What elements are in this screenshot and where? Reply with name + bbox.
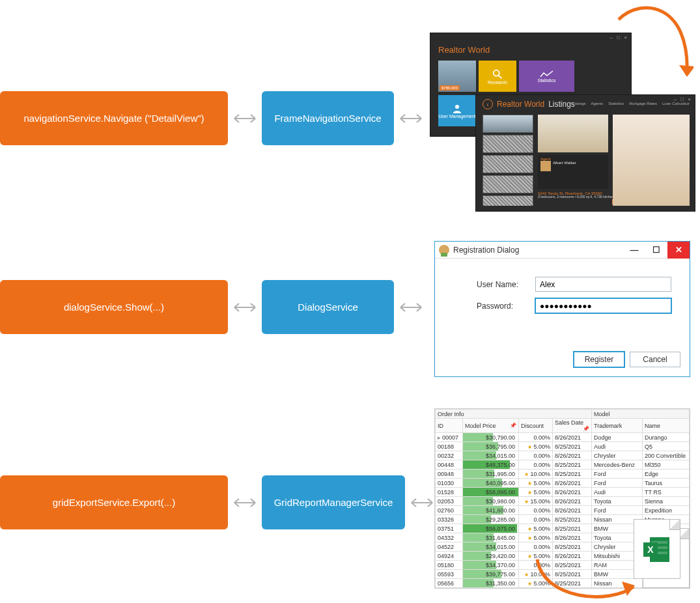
caller-box-dialog: dialogService.Show(...) xyxy=(0,280,228,334)
password-label: Password: xyxy=(477,302,535,311)
cell-trademark: Mercedes-Benz xyxy=(592,460,643,470)
cell-id: 02053 xyxy=(436,497,463,506)
cell-id: 00948 xyxy=(436,470,463,479)
nav-item[interactable]: Agents xyxy=(591,102,604,105)
cell-trademark: Audi xyxy=(592,488,643,497)
realtor-listings-window: – □ × ‹ Realtor World Listings Listings … xyxy=(475,94,695,212)
cell-id: 03751 xyxy=(436,524,463,533)
cell-id: 04332 xyxy=(436,533,463,542)
username-label: User Name: xyxy=(477,280,535,289)
table-row[interactable]: 00232$34,015.000.00%8/26/2021Chrysler200… xyxy=(436,451,690,460)
tile-research[interactable]: Research xyxy=(479,61,516,92)
table-row[interactable]: 00448$48,375.000.00%8/25/2021Mercedes-Be… xyxy=(436,460,690,470)
dialog-title: Registration Dialog xyxy=(453,245,519,255)
star-icon: ★ xyxy=(524,572,529,578)
cell-date: 8/26/2021 xyxy=(553,497,592,506)
thumbnail[interactable] xyxy=(483,195,533,206)
maximize-button[interactable]: ☐ xyxy=(645,242,667,259)
cell-price: $39,775.00 xyxy=(463,570,519,579)
thumbnail[interactable] xyxy=(483,175,533,193)
user-icon xyxy=(439,245,449,255)
cell-discount: 0.00% xyxy=(519,433,553,442)
window-controls-icon: – □ × xyxy=(610,35,628,40)
table-row[interactable]: 00948$31,995.00★ 10.00%8/25/2021FordEdge xyxy=(436,470,690,479)
cell-date: 8/25/2021 xyxy=(553,460,592,470)
thumbnail[interactable] xyxy=(483,135,533,153)
tile-listing[interactable]: $780,000 xyxy=(438,61,476,92)
top-nav: Listings Agents Statistics Mortgage Rate… xyxy=(572,102,690,105)
star-icon: ★ xyxy=(527,481,532,486)
cell-discount: 0.00% xyxy=(519,515,553,524)
pin-icon: 📌 xyxy=(510,423,516,428)
double-arrow-icon xyxy=(233,113,257,124)
cell-discount: ★ 5.00% xyxy=(519,479,553,488)
search-icon xyxy=(492,68,503,80)
thumbnail-strip xyxy=(483,115,533,206)
svg-point-0 xyxy=(494,70,499,76)
cell-discount: ★ 15.00% xyxy=(519,497,553,506)
cell-id: 00232 xyxy=(436,451,463,460)
cell-name: Ml350 xyxy=(643,460,690,470)
col-price[interactable]: Model Price📌 xyxy=(463,419,519,433)
thumbnail[interactable] xyxy=(483,115,533,133)
password-input[interactable] xyxy=(535,298,671,313)
cell-name: Durango xyxy=(643,433,690,442)
double-arrow-icon xyxy=(399,302,423,313)
cell-id: 05593 xyxy=(436,570,463,579)
tile-statistics[interactable]: Statistics xyxy=(519,61,574,92)
table-row[interactable]: 00007$30,790.000.00%8/26/2021DodgeDurang… xyxy=(436,433,690,442)
cell-price: $30,790.00 xyxy=(463,433,519,442)
cell-discount: 0.00% xyxy=(519,451,553,460)
cell-price: $48,375.00 xyxy=(463,460,519,470)
star-icon: ★ xyxy=(527,535,532,541)
table-row[interactable]: 01528$58,095.00★ 5.00%8/26/2021AudiTT RS xyxy=(436,488,690,497)
cell-price: $36,795.00 xyxy=(463,442,519,451)
cell-name: TT RS xyxy=(643,488,690,497)
back-icon[interactable]: ‹ xyxy=(483,99,493,109)
app-title: Realtor World xyxy=(497,100,544,109)
cell-date: 8/25/2021 xyxy=(553,524,592,533)
thumbnail[interactable] xyxy=(483,155,533,173)
col-date[interactable]: Sales Date📌 xyxy=(553,419,592,433)
col-discount[interactable]: Discount xyxy=(519,419,553,433)
register-button[interactable]: Register xyxy=(574,352,624,367)
close-button[interactable]: ✕ xyxy=(667,242,690,259)
minimize-button[interactable]: — xyxy=(623,242,645,259)
col-trademark[interactable]: Trademark xyxy=(592,419,643,433)
nav-item[interactable]: Listings xyxy=(572,102,585,105)
cell-trademark: Dodge xyxy=(592,433,643,442)
nav-item[interactable]: Statistics xyxy=(608,102,624,105)
cell-trademark: Toyota xyxy=(592,497,643,506)
col-id[interactable]: ID xyxy=(436,419,463,433)
cell-id: 01030 xyxy=(436,479,463,488)
cell-price: $34,015.00 xyxy=(463,542,519,552)
double-arrow-icon xyxy=(233,302,257,313)
tile-user-management[interactable]: User Management xyxy=(438,95,476,126)
table-row[interactable]: 01030$40,095.00★ 5.00%8/26/2021FordTauru… xyxy=(436,479,690,488)
cell-id: 04924 xyxy=(436,552,463,561)
cell-name: Sienna xyxy=(643,497,690,506)
nav-item[interactable]: Mortgage Rates xyxy=(629,102,657,105)
group-header-order: Order Info xyxy=(436,410,592,419)
double-arrow-icon xyxy=(399,113,423,124)
main-photo xyxy=(538,115,608,152)
cell-date: 8/26/2021 xyxy=(553,433,592,442)
cell-discount: ★ 5.00% xyxy=(519,533,553,542)
cell-id: 01528 xyxy=(436,488,463,497)
cell-price: $31,995.00 xyxy=(463,470,519,479)
cancel-button[interactable]: Cancel xyxy=(630,352,680,367)
table-row[interactable]: 00188$36,795.00★ 5.00%8/25/2021AudiQ5 xyxy=(436,442,690,451)
star-icon: ★ xyxy=(527,444,532,450)
star-icon: ★ xyxy=(524,499,529,505)
cell-trademark: Ford xyxy=(592,479,643,488)
cell-trademark: Chrysler xyxy=(592,451,643,460)
group-header-model: Model xyxy=(592,410,690,419)
user-icon xyxy=(452,104,462,114)
col-name[interactable]: Name xyxy=(643,419,690,433)
app-title: Realtor World xyxy=(438,45,490,55)
username-input[interactable] xyxy=(535,277,671,292)
service-box-framenav: FrameNavigationService xyxy=(262,91,394,145)
table-row[interactable]: 02053$30,980.00★ 15.00%8/26/2021ToyotaSi… xyxy=(436,497,690,506)
service-box-gridreport: GridReportManagerService xyxy=(262,475,405,529)
nav-item[interactable]: Loan Calculator xyxy=(662,102,690,105)
